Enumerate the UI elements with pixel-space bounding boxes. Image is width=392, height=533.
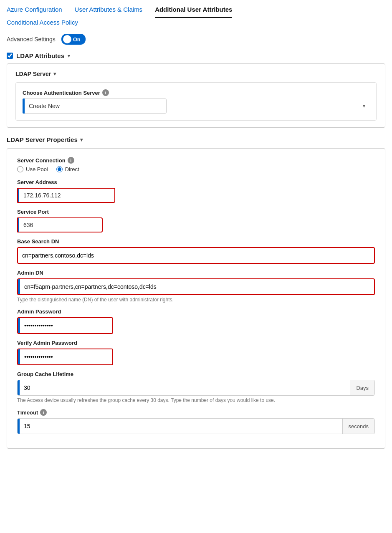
verify-admin-password-label: Verify Admin Password	[17, 340, 375, 346]
verify-admin-password-field: Verify Admin Password	[17, 340, 375, 365]
radio-use-pool-input[interactable]	[17, 166, 23, 172]
service-port-label: Service Port	[17, 209, 375, 215]
advanced-settings-row: Advanced Settings On	[7, 34, 385, 45]
admin-dn-label: Admin DN	[17, 270, 375, 276]
admin-dn-input[interactable]	[20, 279, 374, 294]
service-port-input-wrapper	[17, 217, 375, 232]
nav-user-attributes-claims[interactable]: User Attributes & Claims	[75, 6, 143, 18]
ldap-server-properties-card: Server Connection i Use Pool Direct Serv…	[7, 148, 385, 449]
select-arrow-icon: ▾	[363, 103, 365, 109]
ldap-attributes-title: LDAP Attributes	[16, 52, 64, 59]
ldap-server-card: LDAP Server ▾ Choose Authentication Serv…	[7, 63, 385, 128]
auth-server-info-icon[interactable]: i	[102, 89, 109, 96]
admin-password-label: Admin Password	[17, 308, 375, 315]
timeout-suffix: seconds	[342, 419, 374, 434]
base-search-dn-input[interactable]	[18, 248, 374, 263]
toggle-label: On	[73, 36, 81, 43]
admin-dn-input-wrapper	[17, 278, 375, 295]
group-cache-hint: The Access device usually refreshes the …	[17, 397, 375, 403]
server-connection-field: Server Connection i Use Pool Direct	[17, 157, 375, 172]
server-address-label: Server Address	[17, 179, 375, 185]
nav-azure-config[interactable]: Azure Configuration	[7, 6, 62, 18]
ldap-server-properties-header: LDAP Server Properties ▾	[7, 136, 385, 143]
timeout-info-icon[interactable]: i	[40, 409, 47, 416]
group-cache-lifetime-input[interactable]	[20, 380, 350, 395]
auth-server-select-wrapper: Create New ▾	[23, 99, 369, 114]
server-connection-info-icon[interactable]: i	[68, 157, 74, 164]
group-cache-suffix: Days	[350, 380, 374, 395]
auth-server-card: Choose Authentication Server i Create Ne…	[15, 82, 377, 121]
ldap-attributes-header: LDAP Attributes ▾	[7, 52, 385, 59]
nav-conditional-access-policy[interactable]: Conditional Access Policy	[7, 19, 78, 30]
group-cache-lifetime-input-wrapper: Days	[17, 380, 375, 396]
radio-direct-input[interactable]	[56, 166, 63, 172]
server-connection-radio-group: Use Pool Direct	[17, 166, 375, 172]
ldap-props-chevron: ▾	[80, 137, 83, 143]
verify-admin-password-input[interactable]	[20, 349, 112, 364]
server-connection-label: Server Connection i	[17, 157, 375, 164]
verify-admin-password-input-wrapper	[17, 349, 113, 365]
admin-password-input[interactable]	[20, 318, 112, 333]
advanced-settings-toggle[interactable]: On	[61, 34, 86, 45]
ldap-attributes-chevron: ▾	[68, 53, 70, 59]
admin-password-field: Admin Password	[17, 308, 375, 334]
base-search-dn-input-wrapper	[17, 247, 375, 264]
server-address-input[interactable]	[19, 188, 115, 203]
advanced-settings-label: Advanced Settings	[7, 36, 56, 43]
admin-password-input-wrapper	[17, 317, 113, 334]
group-cache-lifetime-field: Group Cache Lifetime Days The Access dev…	[17, 371, 375, 403]
timeout-label: Timeout i	[17, 409, 375, 416]
service-port-field: Service Port	[17, 209, 375, 232]
timeout-input-wrapper: seconds	[17, 418, 375, 434]
base-search-dn-field: Base Search DN	[17, 238, 375, 264]
service-port-input[interactable]	[19, 217, 103, 232]
radio-direct[interactable]: Direct	[56, 166, 79, 172]
ldap-server-chevron: ▾	[53, 71, 56, 77]
admin-dn-hint: Type the distinguished name (DN) of the …	[17, 297, 375, 303]
base-search-dn-label: Base Search DN	[17, 238, 375, 245]
nav-additional-user-attributes[interactable]: Additional User Attributes	[155, 6, 232, 18]
ldap-attributes-checkbox[interactable]	[7, 53, 13, 59]
toggle-knob	[63, 35, 71, 43]
group-cache-lifetime-label: Group Cache Lifetime	[17, 371, 375, 377]
auth-server-field-label: Choose Authentication Server i	[23, 89, 369, 96]
auth-server-select[interactable]: Create New	[25, 99, 167, 114]
radio-use-pool[interactable]: Use Pool	[17, 166, 48, 172]
ldap-server-title: LDAP Server ▾	[15, 71, 377, 77]
server-address-input-wrapper	[17, 188, 375, 203]
timeout-input[interactable]	[20, 419, 342, 434]
server-address-field: Server Address	[17, 179, 375, 203]
timeout-field: Timeout i seconds	[17, 409, 375, 434]
top-nav: Azure Configuration User Attributes & Cl…	[0, 0, 392, 26]
admin-dn-field: Admin DN Type the distinguished name (DN…	[17, 270, 375, 303]
